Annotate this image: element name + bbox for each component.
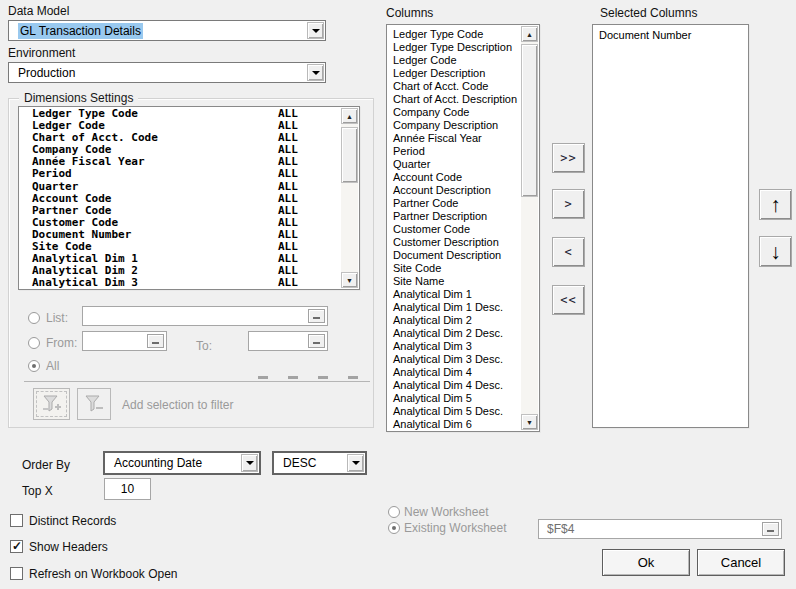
scroll-up-icon[interactable]: ▲ — [341, 108, 358, 124]
column-item[interactable]: Analytical Dim 6 — [388, 418, 521, 430]
data-model-combobox[interactable]: GL Transaction Details — [8, 20, 326, 41]
column-item[interactable]: Année Fiscal Year — [388, 132, 521, 145]
move-down-button[interactable]: ↓ — [759, 236, 792, 267]
dimension-name: Analytical Dim 1 — [20, 253, 278, 265]
column-item[interactable]: Analytical Dim 2 — [388, 314, 521, 327]
new-worksheet-radio[interactable] — [388, 506, 400, 518]
move-left-button[interactable]: < — [552, 237, 585, 267]
scroll-down-icon[interactable]: ▼ — [341, 272, 358, 288]
add-selection-to-filter-label: Add selection to filter — [122, 398, 233, 412]
column-item[interactable]: Analytical Dim 2 Desc. — [388, 327, 521, 340]
browse-icon[interactable] — [147, 334, 164, 348]
data-model-value: GL Transaction Details — [18, 23, 143, 39]
selected-columns-listbox[interactable]: Document Number — [592, 24, 749, 428]
column-item[interactable]: Document Description — [388, 249, 521, 262]
column-item[interactable]: Ledger Type Code — [388, 28, 521, 41]
scrollbar-thumb[interactable] — [521, 44, 538, 197]
worksheet-range-input[interactable]: $F$4 — [538, 519, 782, 539]
refresh-on-open-checkbox[interactable] — [10, 567, 23, 580]
chevron-down-icon[interactable] — [241, 454, 258, 472]
column-item[interactable]: Customer Description — [388, 236, 521, 249]
environment-label: Environment — [8, 46, 75, 60]
browse-icon[interactable] — [308, 334, 325, 348]
column-item[interactable]: Chart of Acct. Code — [388, 80, 521, 93]
dimension-name: Period — [20, 168, 278, 180]
column-item[interactable]: Company Description — [388, 119, 521, 132]
dimension-name: Année Fiscal Year — [20, 156, 278, 168]
dimension-filter-value: ALL — [278, 168, 298, 180]
column-item[interactable]: Quarter — [388, 158, 521, 171]
move-all-right-button[interactable]: >> — [552, 143, 585, 173]
order-direction-combobox[interactable]: DESC — [272, 451, 367, 475]
dimension-filter-value: ALL — [278, 277, 298, 288]
selected-column-item[interactable]: Document Number — [594, 29, 747, 42]
show-headers-checkbox[interactable] — [10, 540, 23, 553]
remove-filter-button[interactable] — [77, 388, 111, 420]
column-item[interactable]: Ledger Description — [388, 67, 521, 80]
environment-combobox[interactable]: Production — [8, 62, 326, 83]
column-item[interactable]: Analytical Dim 5 Desc. — [388, 405, 521, 418]
chevron-down-icon[interactable] — [307, 64, 324, 81]
list-radio[interactable] — [28, 312, 40, 324]
dimensions-listbox[interactable]: Ledger Type Code ALL Ledger Code ALL Cha… — [18, 106, 360, 290]
scroll-up-icon[interactable]: ▲ — [521, 26, 538, 42]
move-up-button[interactable]: ↑ — [759, 189, 792, 220]
dimension-name: Account Code — [20, 193, 278, 205]
column-item[interactable]: Analytical Dim 3 Desc. — [388, 353, 521, 366]
browse-icon[interactable] — [308, 309, 325, 323]
ok-button[interactable]: Ok — [602, 549, 690, 576]
distinct-records-checkbox[interactable] — [10, 514, 23, 527]
chevron-down-icon[interactable] — [307, 22, 324, 39]
add-filter-button[interactable] — [33, 388, 70, 420]
top-x-input[interactable]: 10 — [104, 478, 151, 500]
data-model-label: Data Model — [8, 4, 69, 18]
scroll-down-icon[interactable]: ▼ — [521, 414, 538, 430]
funnel-minus-icon — [83, 394, 105, 414]
to-field[interactable] — [248, 331, 328, 351]
order-direction-value: DESC — [283, 456, 316, 470]
column-item[interactable]: Analytical Dim 4 — [388, 366, 521, 379]
dimensions-scrollbar[interactable]: ▲ ▼ — [341, 108, 358, 288]
scrollbar-thumb[interactable] — [341, 127, 358, 183]
columns-listbox[interactable]: Ledger Type CodeLedger Type DescriptionL… — [386, 24, 540, 432]
list-values-field[interactable] — [82, 306, 328, 326]
column-item[interactable]: Site Name — [388, 275, 521, 288]
column-item[interactable]: Partner Code — [388, 197, 521, 210]
column-item[interactable]: Analytical Dim 1 — [388, 288, 521, 301]
show-headers-label: Show Headers — [29, 540, 108, 554]
column-item[interactable]: Account Description — [388, 184, 521, 197]
column-item[interactable]: Ledger Code — [388, 54, 521, 67]
column-item[interactable]: Analytical Dim 3 — [388, 340, 521, 353]
query-builder-dialog: Data Model GL Transaction Details Enviro… — [0, 0, 796, 589]
existing-worksheet-radio[interactable] — [388, 522, 400, 534]
column-item[interactable]: Site Code — [388, 262, 521, 275]
move-all-left-button[interactable]: << — [552, 285, 585, 315]
all-radio[interactable] — [28, 360, 40, 372]
column-item[interactable]: Ledger Type Description — [388, 41, 521, 54]
column-item[interactable]: Analytical Dim 5 — [388, 392, 521, 405]
column-item[interactable]: Account Code — [388, 171, 521, 184]
order-by-combobox[interactable]: Accounting Date — [103, 451, 261, 475]
column-item[interactable]: Company Code — [388, 106, 521, 119]
from-field[interactable] — [82, 331, 167, 351]
column-item[interactable]: Customer Code — [388, 223, 521, 236]
column-item[interactable]: Analytical Dim 4 Desc. — [388, 379, 521, 392]
column-item[interactable]: Partner Description — [388, 210, 521, 223]
dimension-row[interactable]: Period ALL — [20, 168, 341, 180]
columns-scrollbar[interactable]: ▲ ▼ — [521, 26, 538, 430]
up-arrow-icon: ↑ — [770, 194, 781, 215]
dimension-row[interactable]: Account Code ALL — [20, 193, 341, 205]
dimension-name: Chart of Acct. Code — [20, 132, 278, 144]
down-arrow-icon: ↓ — [770, 241, 781, 262]
browse-icon[interactable] — [762, 522, 779, 536]
from-radio[interactable] — [28, 337, 40, 349]
dimension-row[interactable]: Analytical Dim 3 ALL — [20, 277, 341, 288]
column-item[interactable]: Analytical Dim 1 Desc. — [388, 301, 521, 314]
dimension-row[interactable]: Quarter ALL — [20, 181, 341, 193]
chevron-down-icon[interactable] — [347, 454, 364, 472]
worksheet-range-value: $F$4 — [547, 522, 574, 536]
column-item[interactable]: Period — [388, 145, 521, 158]
move-right-button[interactable]: > — [552, 189, 585, 219]
column-item[interactable]: Chart of Acct. Description — [388, 93, 521, 106]
cancel-button[interactable]: Cancel — [697, 549, 785, 576]
